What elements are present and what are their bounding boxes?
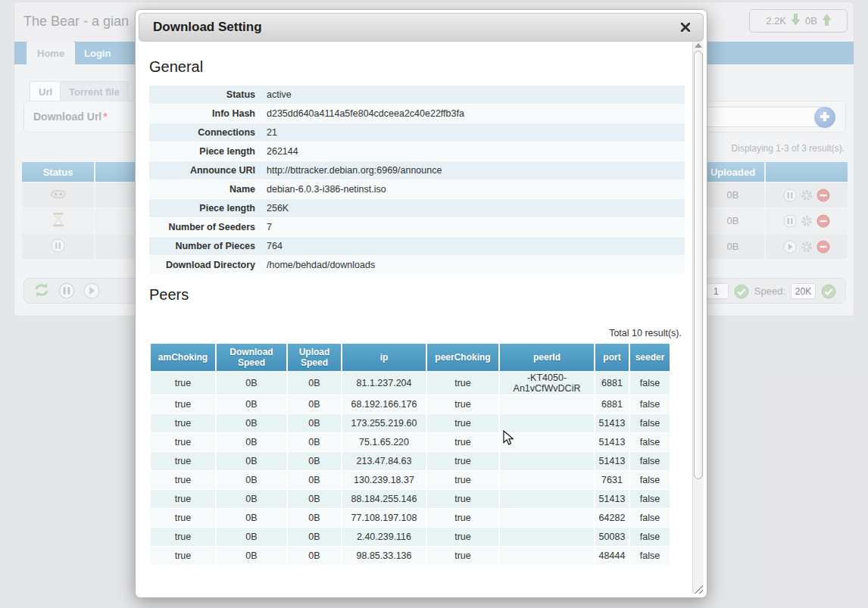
peers-total: Total 10 result(s). [149,328,682,338]
general-value: http://bttracker.debian.org:6969/announc… [263,165,685,176]
column-header-seeder[interactable]: seeder [630,344,670,371]
peer-row: true0B0B2.40.239.116true50083false [151,528,670,546]
column-header-peerid[interactable]: peerId [500,344,594,371]
general-label: Name [149,184,263,195]
peers-table: amChoking Download Speed Upload Speed ip… [149,343,671,566]
general-row: Number of Pieces764 [149,237,685,255]
dialog-titlebar[interactable]: Download Setting [139,13,704,42]
general-value: 256K [263,203,685,214]
general-value: /home/behdad/downloads [263,260,685,270]
mouse-cursor [503,430,514,449]
download-setting-dialog: Download Setting General Statusactive In… [135,9,707,598]
general-row: Piece length256K [149,199,685,217]
scroll-up-icon[interactable] [695,43,702,48]
general-value: 764 [263,241,685,251]
general-label: Announce URI [149,165,263,176]
peers-header-row: amChoking Download Speed Upload Speed ip… [151,344,670,371]
general-heading: General [149,58,203,76]
general-row: Announce URIhttp://bttracker.debian.org:… [149,161,685,179]
general-row: Namedebian-6.0.3-i386-netinst.iso [149,180,685,198]
general-label: Piece length [149,146,263,157]
scrollbar-thumb[interactable] [694,51,703,479]
general-row: Connections21 [149,123,685,142]
peer-row: true0B0B98.85.33.136true48444false [151,547,670,565]
column-header-download-speed[interactable]: Download Speed [217,344,286,371]
general-row: Download Directory/home/behdad/downloads [149,256,685,274]
general-label: Number of Pieces [149,241,263,251]
peers-heading: Peers [149,286,189,304]
peer-row: true0B0B68.192.166.176true6881false [151,395,670,413]
general-row: Piece length262144 [149,142,685,161]
dialog-scrollbar[interactable] [692,42,704,593]
column-header-upload-speed[interactable]: Upload Speed [288,344,341,371]
general-label: Info Hash [149,108,263,119]
general-label: Download Directory [149,260,263,270]
close-icon [681,23,690,34]
general-value: 262144 [263,146,685,157]
column-header-amchoking[interactable]: amChoking [151,344,215,371]
general-value: 21 [263,127,685,138]
peer-row: true0B0B81.1.237.204true-KT4050-An1vCfWv… [151,372,670,394]
general-value: active [263,89,685,100]
general-value: d235dd640a4114a5fe804cdceea2c40e22ffb3fa [263,108,685,119]
peer-row: true0B0B77.108.197.108true64282false [151,509,670,527]
column-header-port[interactable]: port [595,344,629,371]
general-table: Statusactive Info Hashd235dd640a4114a5fe… [149,86,685,275]
peer-row: true0B0B173.255.219.60true51413false [151,414,670,432]
dialog-content: General Statusactive Info Hashd235dd640a… [139,42,704,593]
general-label: Connections [149,127,263,138]
general-label: Number of Seeders [149,222,263,232]
general-value: 7 [263,222,685,232]
general-label: Status [149,89,263,100]
dialog-title: Download Setting [153,20,262,35]
general-value: debian-6.0.3-i386-netinst.iso [263,184,685,195]
general-row: Info Hashd235dd640a4114a5fe804cdceea2c40… [149,104,685,123]
general-row: Number of Seeders7 [149,218,685,236]
peer-row: true0B0B88.184.255.146true51413false [151,490,670,508]
general-row: Statusactive [149,86,685,104]
general-label: Piece length [149,203,263,214]
peer-row: true0B0B75.1.65.220true51413false [151,433,670,451]
close-button[interactable] [678,20,693,36]
peer-row: true0B0B130.239.18.37true7631false [151,471,670,489]
peer-row: true0B0B213.47.84.63true51413false [151,452,670,470]
column-header-ip[interactable]: ip [342,344,426,371]
column-header-peerchoking[interactable]: peerChoking [427,344,498,371]
